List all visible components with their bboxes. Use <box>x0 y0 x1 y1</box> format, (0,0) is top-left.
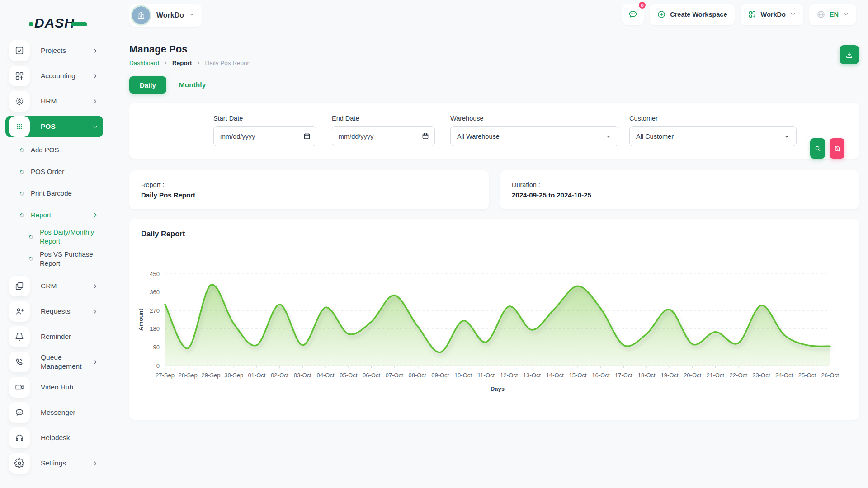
sidebar-item-reminder[interactable]: Reminder <box>5 326 103 347</box>
sidebar-item-pos[interactable]: POS <box>5 116 103 137</box>
chevron-right-icon <box>92 47 99 54</box>
sidebar-item-messenger[interactable]: Messenger <box>5 402 103 423</box>
chevron-down-icon <box>843 11 849 19</box>
sidebar-item-label: Queue Management <box>41 353 92 371</box>
reminder-icon <box>9 326 30 347</box>
sidebar-subitem-label: Print Barcode <box>31 189 72 198</box>
svg-text:19-Oct: 19-Oct <box>660 372 678 379</box>
breadcrumb-dashboard[interactable]: Dashboard <box>129 60 159 66</box>
duration-value: 2024-09-25 to 2024-10-25 <box>512 191 847 199</box>
svg-text:13-Oct: 13-Oct <box>523 372 541 379</box>
chevron-right-icon <box>92 283 99 290</box>
filter-card: Start Date End Date Warehouse <box>129 103 859 159</box>
warehouse-select[interactable]: All Warehouse <box>450 126 618 146</box>
start-date-input[interactable] <box>213 126 316 146</box>
logo-dash-bar <box>71 22 87 26</box>
download-report-button[interactable] <box>840 45 859 64</box>
chat-bubble-icon <box>627 9 638 20</box>
report-period-tabs: Daily Monthly <box>129 76 859 94</box>
brand-logo[interactable]: DASH <box>0 10 108 36</box>
sidebar-nav: ProjectsAccountingHRMPOSAdd POSPOS Order… <box>0 40 108 474</box>
sidebar-item-crm[interactable]: CRM <box>5 275 103 297</box>
tab-daily[interactable]: Daily <box>129 76 166 94</box>
messages-button[interactable]: 0 <box>622 4 644 25</box>
svg-text:360: 360 <box>150 289 160 296</box>
sidebar-item-projects[interactable]: Projects <box>5 40 103 61</box>
sidebar-item-label: Helpdesk <box>41 433 70 442</box>
workspace-switcher[interactable]: WorkDo <box>129 4 202 27</box>
sidebar-item-label: HRM <box>41 97 57 106</box>
building-icon <box>136 10 146 20</box>
sidebar-subitem-pos-order[interactable]: POS Order <box>5 163 103 181</box>
sidebar-item-label: Projects <box>41 46 66 55</box>
sidebar-item-queue-management[interactable]: Queue Management <box>5 351 103 373</box>
sidebar-item-helpdesk[interactable]: Helpdesk <box>5 427 103 449</box>
svg-text:25-Oct: 25-Oct <box>798 372 816 379</box>
file-slash-icon <box>834 145 841 152</box>
chat-count-badge: 0 <box>638 1 646 9</box>
svg-text:07-Oct: 07-Oct <box>386 372 403 379</box>
video-icon <box>9 377 30 398</box>
end-date-input[interactable] <box>332 126 435 146</box>
sidebar-item-video-hub[interactable]: Video Hub <box>5 376 103 398</box>
report-label: Report : <box>141 181 477 188</box>
sidebar-subitem-add-pos[interactable]: Add POS <box>5 141 103 159</box>
warehouse-label: Warehouse <box>450 115 618 122</box>
end-date-label: End Date <box>332 115 435 122</box>
svg-text:05-Oct: 05-Oct <box>340 372 357 379</box>
reset-filter-button[interactable] <box>830 138 844 159</box>
chevron-right-icon <box>196 61 201 66</box>
sidebar-item-hrm[interactable]: HRM <box>5 90 103 112</box>
sidebar-item-label: Requests <box>41 307 70 316</box>
sidebar-subitem-report[interactable]: Report <box>5 206 103 224</box>
chart-title: Daily Report <box>129 219 859 246</box>
bullet-icon <box>28 234 34 240</box>
sidebar-item-requests[interactable]: Requests <box>5 300 103 322</box>
sidebar-item-label: Settings <box>41 459 66 468</box>
topbar-actions: 0 Create Workspace WorkDo EN <box>622 4 856 25</box>
svg-text:21-Oct: 21-Oct <box>707 372 724 379</box>
page-content: Manage Pos Dashboard Report Daily Pos Re… <box>108 31 868 420</box>
sidebar-subitem-print-barcode[interactable]: Print Barcode <box>5 184 103 202</box>
sidebar-subitem-pos-vs-purchase-report[interactable]: Pos VS Purchase Report <box>5 250 103 268</box>
svg-text:Days: Days <box>491 385 505 392</box>
download-icon <box>845 51 854 59</box>
create-workspace-button[interactable]: Create Workspace <box>650 4 734 25</box>
svg-text:04-Oct: 04-Oct <box>317 372 335 379</box>
sidebar-subitem-label: Add POS <box>31 145 59 155</box>
apply-filter-button[interactable] <box>810 138 825 159</box>
start-date-label: Start Date <box>213 115 316 122</box>
svg-text:450: 450 <box>150 271 160 277</box>
daily-report-card: Daily Report 09018027036045027-Sep28-Sep… <box>129 219 859 420</box>
breadcrumb-report[interactable]: Report <box>172 60 192 66</box>
helpdesk-icon <box>9 427 30 448</box>
customer-select[interactable]: All Customer <box>629 126 797 146</box>
tab-monthly[interactable]: Monthly <box>179 81 206 89</box>
chevron-right-icon <box>92 98 99 105</box>
chevron-down-icon <box>189 11 195 19</box>
customer-label: Customer <box>629 115 797 122</box>
svg-text:26-Oct: 26-Oct <box>821 372 839 379</box>
svg-text:03-Oct: 03-Oct <box>294 372 311 379</box>
accounting-icon <box>9 66 30 86</box>
sidebar-item-settings[interactable]: Settings <box>5 452 103 474</box>
sidebar-item-accounting[interactable]: Accounting <box>5 65 103 87</box>
warehouse-field: Warehouse All Warehouse <box>450 115 618 146</box>
create-workspace-label: Create Workspace <box>670 11 727 18</box>
chevron-right-icon <box>92 73 99 80</box>
svg-text:14-Oct: 14-Oct <box>546 372 564 379</box>
end-date-field: End Date <box>332 115 435 146</box>
workdo-menu-button[interactable]: WorkDo <box>741 4 803 25</box>
workspace-name: WorkDo <box>156 11 184 19</box>
svg-text:10-Oct: 10-Oct <box>454 372 472 379</box>
svg-text:16-Oct: 16-Oct <box>592 372 609 379</box>
plus-circle-icon <box>657 10 666 19</box>
language-selector[interactable]: EN <box>809 4 856 25</box>
workdo-menu-label: WorkDo <box>761 11 786 18</box>
sidebar-subitem-pos-daily-monthly-report[interactable]: Pos Daily/Monthly Report <box>5 228 103 246</box>
svg-text:29-Sep: 29-Sep <box>201 372 220 379</box>
svg-text:20-Oct: 20-Oct <box>684 372 701 379</box>
chevron-right-icon <box>92 359 99 366</box>
requests-icon <box>9 301 30 322</box>
svg-text:30-Sep: 30-Sep <box>224 372 243 379</box>
